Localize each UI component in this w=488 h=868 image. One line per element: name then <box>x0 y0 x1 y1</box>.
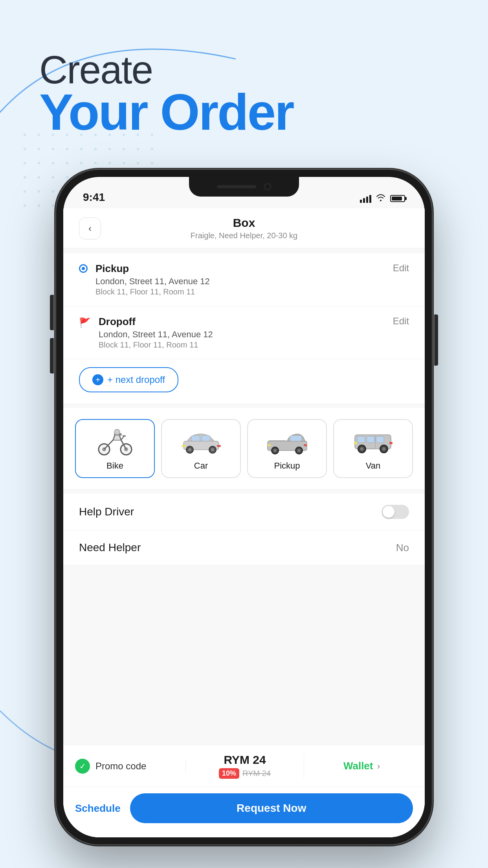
wallet-label: Wallet <box>343 760 373 772</box>
power-button <box>434 314 438 366</box>
dropoff-edit-button[interactable]: Edit <box>393 316 409 327</box>
toggle-knob <box>383 506 394 518</box>
app-content: ‹ Box Fraigle, Need Helper, 20-30 kg <box>63 208 425 837</box>
dropoff-address: London, Street 11, Avenue 12 <box>99 329 393 340</box>
svg-rect-29 <box>376 436 384 443</box>
payment-row: ✓ Promo code RYM 24 10% RYM 24 <box>63 745 425 787</box>
next-dropoff-button[interactable]: + + next dropoff <box>79 367 178 392</box>
pickup-details: Pickup London, Street 11, Avenue 12 Bloc… <box>95 263 393 296</box>
pickup-sub: Block 11, Floor 11, Room 11 <box>95 287 393 296</box>
wallet-arrow-icon: › <box>377 761 380 772</box>
svg-rect-35 <box>389 442 393 444</box>
help-driver-toggle[interactable] <box>382 505 409 519</box>
title-area: Box Fraigle, Need Helper, 20-30 kg <box>101 216 387 240</box>
vehicle-card-pickup[interactable]: Pickup <box>247 419 327 478</box>
back-button[interactable]: ‹ <box>79 217 101 239</box>
header-order: Your Order <box>39 83 294 142</box>
pickup-edit-button[interactable]: Edit <box>393 263 409 274</box>
signal-icon <box>360 194 371 203</box>
dropoff-icon: 🚩 <box>79 317 91 328</box>
van-image <box>350 426 397 458</box>
svg-point-23 <box>297 449 301 452</box>
help-driver-label: Help Driver <box>79 506 382 518</box>
promo-check-icon: ✓ <box>75 759 90 774</box>
phone-mockup: 9:41 <box>55 169 433 845</box>
bottom-bar: ✓ Promo code RYM 24 10% RYM 24 <box>63 745 425 837</box>
vehicle-card-bike[interactable]: Bike <box>75 419 155 478</box>
price-section: RYM 24 10% RYM 24 <box>186 753 305 779</box>
svg-rect-9 <box>191 436 200 441</box>
svg-rect-34 <box>354 442 357 444</box>
page-subtitle: Fraigle, Need Helper, 20-30 kg <box>101 231 387 240</box>
svg-rect-15 <box>182 445 185 447</box>
status-icons <box>360 193 405 204</box>
action-row: Schedule Request Now <box>63 787 425 837</box>
svg-rect-18 <box>290 436 302 441</box>
pickup-type: Pickup <box>95 263 393 275</box>
price-badge-row: 10% RYM 24 <box>219 768 271 779</box>
options-section: Help Driver Need Helper No <box>63 494 425 565</box>
vol-down-button <box>50 338 54 373</box>
car-image <box>178 426 225 458</box>
svg-point-12 <box>188 448 191 451</box>
svg-rect-25 <box>304 444 307 446</box>
pickup-address: London, Street 11, Avenue 12 <box>95 276 393 287</box>
svg-rect-24 <box>268 444 271 446</box>
bike-image <box>92 426 139 458</box>
svg-point-14 <box>211 448 214 451</box>
svg-rect-16 <box>217 445 221 447</box>
wifi-icon <box>376 193 385 204</box>
vol-up-button <box>50 295 54 330</box>
svg-rect-27 <box>357 436 365 443</box>
top-bar: ‹ Box Fraigle, Need Helper, 20-30 kg <box>63 208 425 248</box>
promo-section[interactable]: ✓ Promo code <box>75 759 186 774</box>
discount-badge: 10% <box>219 768 239 779</box>
vehicle-car-label: Car <box>194 461 208 471</box>
dropoff-item: 🚩 Dropoff London, Street 11, Avenue 12 B… <box>63 306 425 359</box>
request-now-button[interactable]: Request Now <box>130 793 413 823</box>
vehicle-pickup-label: Pickup <box>274 461 300 471</box>
phone-frame: 9:41 <box>55 169 433 845</box>
phone-screen: 9:41 <box>63 177 425 837</box>
notch <box>189 177 299 197</box>
wallet-section[interactable]: Wallet › <box>304 760 413 772</box>
dropoff-type: Dropoff <box>99 316 393 328</box>
svg-rect-19 <box>269 440 286 441</box>
need-helper-row: Need Helper No <box>63 530 425 565</box>
schedule-button[interactable]: Schedule <box>75 802 121 815</box>
vehicle-card-van[interactable]: Van <box>333 419 413 478</box>
svg-point-33 <box>382 447 385 451</box>
pickup-image <box>264 426 311 458</box>
svg-point-31 <box>360 447 363 451</box>
vehicle-card-car[interactable]: Car <box>161 419 241 478</box>
need-helper-value: No <box>396 542 409 554</box>
next-dropoff-label: + next dropoff <box>107 374 165 385</box>
camera <box>264 183 271 190</box>
need-helper-label: Need Helper <box>79 541 396 554</box>
next-dropoff-section: + + next dropoff <box>63 359 425 403</box>
vehicle-van-label: Van <box>366 461 381 471</box>
vehicle-bike-label: Bike <box>106 461 123 471</box>
svg-point-7 <box>114 429 120 435</box>
price-main: RYM 24 <box>224 753 266 767</box>
location-section: Pickup London, Street 11, Avenue 12 Bloc… <box>63 253 425 403</box>
dropoff-sub: Block 11, Floor 11, Room 11 <box>99 340 393 349</box>
vehicle-section: Bike <box>63 408 425 489</box>
svg-rect-10 <box>202 436 210 441</box>
svg-point-21 <box>273 449 277 452</box>
promo-label: Promo code <box>95 761 146 772</box>
help-driver-row: Help Driver <box>63 494 425 530</box>
battery-icon <box>390 195 405 202</box>
pickup-item: Pickup London, Street 11, Avenue 12 Bloc… <box>63 253 425 306</box>
pickup-icon <box>79 264 88 273</box>
status-time: 9:41 <box>83 191 105 204</box>
plus-icon: + <box>92 374 103 385</box>
content-spacer <box>63 565 425 644</box>
price-original: RYM 24 <box>242 769 271 778</box>
svg-line-5 <box>121 437 124 440</box>
svg-rect-28 <box>367 436 374 443</box>
dropoff-details: Dropoff London, Street 11, Avenue 12 Blo… <box>99 316 393 349</box>
page-title: Box <box>101 216 387 230</box>
speaker <box>217 185 256 188</box>
